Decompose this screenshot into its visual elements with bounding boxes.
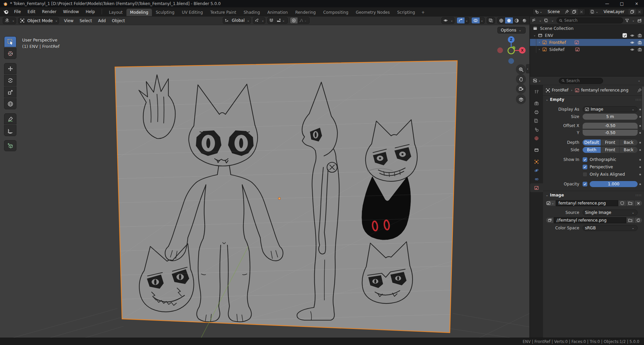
offset-x-field[interactable]: -0.50: [583, 123, 638, 129]
close-button[interactable]: ×: [629, 0, 644, 7]
tab-output[interactable]: [530, 108, 543, 116]
reload-image-button[interactable]: [634, 217, 642, 223]
disable-render-camera-icon[interactable]: [638, 34, 642, 38]
tab-tool[interactable]: [530, 87, 543, 96]
snap-magnet-toggle[interactable]: [268, 17, 275, 23]
tab-sculpting[interactable]: Sculpting: [152, 9, 178, 16]
tool-rotate[interactable]: [4, 75, 16, 86]
overlays-dropdown[interactable]: ⌄: [471, 17, 485, 24]
properties-search-input[interactable]: [566, 78, 600, 83]
tab-collection[interactable]: [530, 146, 543, 154]
drag-dots-icon[interactable]: ::::: [636, 193, 642, 197]
filter-funnel-icon[interactable]: [625, 18, 629, 22]
tab-object-data[interactable]: [530, 183, 543, 192]
chevron-right-icon[interactable]: ›: [538, 48, 541, 51]
tool-select-box[interactable]: [4, 36, 16, 47]
properties-options-dropdown[interactable]: ⌄: [637, 79, 641, 82]
tab-scene[interactable]: [530, 125, 543, 134]
outliner-row-sideref[interactable]: › SideRef: [530, 46, 644, 53]
size-field[interactable]: 5 m: [583, 114, 638, 120]
only-axis-aligned-checkbox[interactable]: [583, 172, 587, 177]
animate-decorator[interactable]: [638, 142, 642, 143]
tab-layout[interactable]: Layout: [105, 9, 126, 16]
drag-dots-icon[interactable]: ::::: [636, 98, 642, 101]
viewlayer-browse-icon[interactable]: ⌄: [589, 9, 601, 15]
perspective-checkbox[interactable]: [583, 165, 587, 169]
tool-cursor[interactable]: [4, 48, 16, 59]
breadcrumb-object[interactable]: FrontRef: [552, 88, 569, 93]
menu-object[interactable]: Object: [109, 17, 128, 24]
hide-eye-icon[interactable]: [630, 48, 635, 52]
shading-wireframe-button[interactable]: [497, 17, 505, 23]
image-panel-header[interactable]: ⌄ Image ::::: [543, 191, 644, 199]
outliner-row-env[interactable]: ⌄ ENV: [530, 32, 644, 39]
properties-search[interactable]: [559, 78, 603, 84]
row-label[interactable]: Scene Collection: [537, 26, 574, 31]
delete-viewlayer-button[interactable]: [636, 9, 643, 15]
tab-uv-editing[interactable]: UV Editing: [178, 9, 207, 16]
tab-physics[interactable]: [530, 166, 543, 175]
camera-view-button[interactable]: [516, 84, 526, 94]
tool-move[interactable]: [4, 63, 16, 74]
tab-render[interactable]: [530, 99, 543, 108]
menu-file[interactable]: File: [11, 8, 24, 15]
delete-scene-button[interactable]: [578, 9, 585, 15]
tab-object[interactable]: [530, 157, 543, 166]
viewlayer-name[interactable]: ViewLayer: [601, 9, 629, 14]
animate-decorator[interactable]: [638, 125, 642, 127]
menu-add[interactable]: Add: [95, 17, 109, 24]
gizmos-dropdown[interactable]: ⌄: [457, 17, 470, 24]
image-name-field[interactable]: femtanyl reference.png: [556, 200, 618, 206]
toggle-ortho-button[interactable]: [516, 94, 526, 104]
editor-type-dropdown[interactable]: ⌄: [3, 17, 16, 24]
tool-annotate[interactable]: [4, 113, 16, 124]
animate-decorator[interactable]: [638, 132, 642, 134]
tab-animation[interactable]: Animation: [264, 9, 291, 16]
scene-canvas[interactable]: [0, 25, 529, 338]
animate-decorator[interactable]: [638, 116, 642, 118]
tool-scale[interactable]: [4, 87, 16, 98]
menu-select[interactable]: Select: [76, 17, 95, 24]
proportional-edit-toggle[interactable]: [290, 17, 298, 23]
tab-scripting[interactable]: Scripting: [393, 9, 419, 16]
tab-constraints[interactable]: [530, 175, 543, 183]
side-both-button[interactable]: Both: [583, 147, 601, 153]
outliner-filter-image-icon[interactable]: [544, 18, 549, 22]
menu-view[interactable]: View: [61, 17, 76, 24]
new-scene-button[interactable]: [571, 9, 578, 15]
tab-texture-paint[interactable]: Texture Paint: [207, 9, 240, 16]
row-label[interactable]: ENV: [542, 33, 553, 38]
menu-edit[interactable]: Edit: [24, 8, 39, 15]
opacity-checkbox[interactable]: [583, 182, 587, 186]
xray-toggle[interactable]: [487, 17, 495, 24]
outliner-search-input[interactable]: [564, 18, 621, 23]
options-button[interactable]: Options ⌄: [497, 27, 526, 34]
tab-modeling[interactable]: Modeling: [126, 9, 152, 16]
row-label[interactable]: FrontRef: [547, 40, 566, 45]
pin-icon[interactable]: [637, 88, 642, 93]
maximize-button[interactable]: □: [614, 0, 629, 7]
mode-dropdown[interactable]: Object Mode ⌄: [18, 17, 59, 24]
add-workspace-button[interactable]: +: [419, 9, 427, 16]
snap-target-dropdown[interactable]: ⌄: [275, 17, 287, 23]
side-front-button[interactable]: Front: [601, 147, 619, 153]
tab-geometry-nodes[interactable]: Geometry Nodes: [352, 9, 393, 16]
outliner-search[interactable]: [556, 17, 623, 23]
zoom-button[interactable]: [516, 64, 526, 74]
navigation-gizmo[interactable]: Z X: [496, 35, 527, 66]
viewlayer-selector[interactable]: ⌄ ViewLayer: [589, 8, 643, 15]
tool-transform[interactable]: [4, 98, 16, 109]
shading-rendered-button[interactable]: [521, 17, 528, 23]
object-origin-dot[interactable]: [278, 197, 281, 200]
display-as-dropdown[interactable]: Image ⌄: [583, 106, 638, 112]
animate-decorator[interactable]: [638, 166, 642, 168]
gizmo-center[interactable]: [508, 48, 515, 54]
shading-solid-button[interactable]: [505, 17, 513, 23]
pan-button[interactable]: [516, 74, 526, 84]
falloff-dropdown[interactable]: ⌄: [298, 17, 310, 23]
gizmo-minus-z-axis[interactable]: [508, 58, 514, 64]
gizmos-icon[interactable]: [457, 17, 465, 23]
animate-decorator[interactable]: [638, 174, 642, 175]
browse-file-button[interactable]: [626, 217, 634, 223]
animate-decorator[interactable]: [638, 109, 642, 110]
